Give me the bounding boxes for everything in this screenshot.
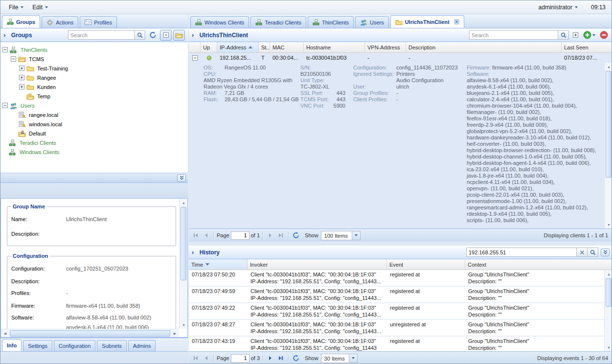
panel-splitter[interactable] [189,242,612,246]
tab-ulrichsthinclient[interactable]: UlrichsThinClient [390,15,464,28]
tab-profiles[interactable]: Profiles [80,16,117,28]
search-button[interactable] [135,30,145,40]
scrollbar-thumb[interactable] [181,207,186,280]
add-client-button[interactable] [582,30,596,41]
scroll-right-icon[interactable]: ▶ [171,329,179,337]
column-description[interactable]: Description [406,42,562,52]
remove-client-button[interactable] [598,30,610,41]
collapse-all-button[interactable] [160,30,172,41]
tree-item-kunden[interactable]: Kunden [2,82,188,91]
column-event[interactable]: Event [387,259,465,270]
scroll-down-icon[interactable]: ▼ [605,221,612,228]
expand-expander-icon[interactable] [19,75,24,80]
collapse-row-icon[interactable] [192,55,198,61]
previous-page-button[interactable] [202,354,210,363]
client-row[interactable]: 192.168.25... T 00:30:04... tc-0030041b1… [189,53,612,63]
expand-expander-icon[interactable] [19,84,24,90]
collapse-history-button[interactable] [601,249,610,256]
tab-users[interactable]: Users [355,16,389,28]
refresh-button[interactable] [292,354,300,363]
column-last-seen[interactable]: Last Seen [562,42,612,52]
search-button[interactable] [558,30,569,40]
clear-search-button[interactable] [577,248,588,257]
collapse-panel-button[interactable] [177,174,186,182]
tab-admins[interactable]: Admins [128,340,156,351]
scroll-left-icon[interactable]: ◀ [1,329,9,337]
scroll-down-icon[interactable]: ▼ [180,321,188,329]
column-ip-address[interactable]: IP-Address [217,42,259,52]
tree-item-thinclients[interactable]: ThinClients [2,45,188,54]
history-row[interactable]: 07/18/23 07:49:22 Client "tc-0030041b1f0… [189,303,604,320]
tab-settings[interactable]: Settings [23,340,52,351]
next-page-button[interactable] [266,231,275,240]
groups-search-input[interactable] [68,30,135,40]
close-tab-icon[interactable] [454,19,459,24]
refresh-button[interactable] [147,30,159,41]
history-row[interactable]: 07/18/23 07:43:19 Client "tc-0030041b1f0… [189,337,604,351]
expand-rows-button[interactable] [570,30,580,41]
scroll-up-icon[interactable]: ▲ [180,199,188,206]
scrollbar-thumb[interactable] [606,278,612,307]
scroll-up-icon[interactable]: ▲ [605,270,612,278]
tab-subnets[interactable]: Subnets [97,340,126,351]
scrollbar-thumb[interactable] [606,71,612,178]
collapse-expander-icon[interactable] [2,103,8,108]
last-page-button[interactable] [276,231,285,240]
folder-view-button[interactable] [173,30,185,41]
column-up[interactable]: Up [201,42,217,52]
history-row[interactable]: 07/18/23 07:48:27 Client "tc-0030041b1f0… [189,320,604,337]
search-button[interactable] [588,248,598,257]
tab-info[interactable]: Info [2,339,22,351]
tree-item-windows-clients[interactable]: Windows Clients [2,147,188,157]
history-search-input[interactable] [466,248,577,257]
scroll-up-icon[interactable]: ▲ [605,63,612,70]
tree-item-windows-local[interactable]: windows.local [2,119,188,129]
scrollbar-thumb[interactable] [10,330,170,337]
clients-vertical-scrollbar[interactable]: ▲ ▼ [604,63,612,228]
last-page-button[interactable] [276,354,285,363]
tab-groups[interactable]: Groups [2,15,40,28]
menu-edit[interactable]: Edit [28,2,52,12]
tree-item-users[interactable]: Users [2,101,188,110]
tab-configuration[interactable]: Configuration [54,340,95,351]
history-vertical-scrollbar[interactable]: ▲ ▼ [604,270,612,351]
tab-teradici-clients[interactable]: Teradici Clients [250,16,306,28]
column-hostname[interactable]: Hostname [304,42,365,52]
column-mac[interactable]: MAC [270,42,304,52]
tab-thinclients[interactable]: ThinClients [308,16,354,28]
refresh-button[interactable] [292,231,300,240]
clients-search-input[interactable] [469,30,558,40]
column-context[interactable]: Context [465,259,612,270]
tab-windows-clients[interactable]: Windows Clients [190,16,249,28]
tree-item-temp[interactable]: Temp [2,91,188,101]
menu-file[interactable]: File [4,2,28,12]
tab-actions[interactable]: Actions [42,16,78,28]
user-menu[interactable]: administrator [534,2,582,12]
scroll-down-icon[interactable]: ▼ [605,343,612,351]
column-invoker[interactable]: Invoker [248,259,387,270]
previous-page-button[interactable] [202,231,210,240]
page-number-input[interactable] [231,354,249,363]
tree-item-rangee[interactable]: Rangee [2,73,188,82]
next-page-button[interactable] [266,354,275,363]
collapse-expander-icon[interactable] [11,56,16,62]
collapse-expander-icon[interactable] [2,47,8,52]
page-size-select[interactable]: 100 Items [321,231,361,240]
column-vpn-address[interactable]: VPN-Address [365,42,406,52]
tree-item-teradici-clients[interactable]: Teradici Clients [2,138,188,147]
column-time[interactable]: Time [189,259,248,270]
first-page-button[interactable] [191,231,200,240]
info-horizontal-scrollbar[interactable]: ◀ ▶ [1,329,179,337]
tree-item-test-training[interactable]: Test-Training [2,64,188,73]
tree-item-default[interactable]: Default [2,129,188,138]
page-number-input[interactable] [231,231,249,240]
history-row[interactable]: 07/18/23 07:49:59 Client "tc-0030041b1f0… [189,287,604,303]
history-row[interactable]: 07/18/23 07:50:20 Client "tc-0030041b1f0… [189,270,604,287]
expand-expander-icon[interactable] [19,66,24,71]
info-vertical-scrollbar[interactable]: ▲ ▼ [179,199,187,329]
tree-item-rangee-local[interactable]: rangee.local [2,110,188,119]
column-status[interactable]: St... [259,42,270,52]
tree-item-tcms[interactable]: TCMS [2,54,188,64]
page-size-select[interactable]: 30 Items [321,354,358,363]
first-page-button[interactable] [191,354,200,363]
